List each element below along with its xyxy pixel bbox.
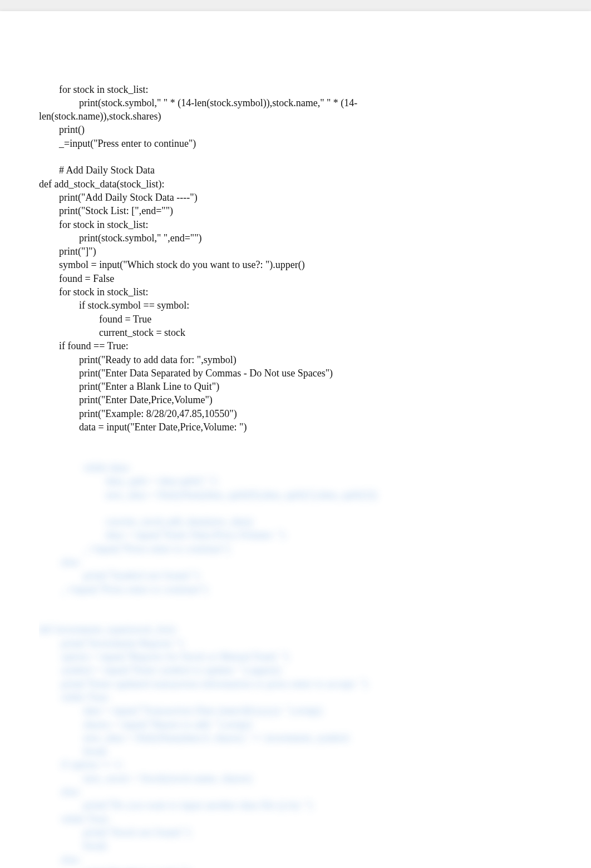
code-line-blurred: while True: — [39, 691, 552, 704]
code-line-blurred — [39, 596, 552, 609]
code-line-blurred: while True: — [39, 812, 552, 826]
code-line-blurred: break — [39, 839, 552, 852]
code-line-blurred: new_stock = Stock(stock.name, shares) — [39, 772, 552, 785]
code-line: print("Add Daily Stock Data ----") — [39, 191, 552, 204]
code-line-blurred: new_data = DailyData(data_split[0],data_… — [39, 488, 552, 502]
code-line-blurred: data_split = data.split(",") — [39, 474, 552, 488]
code-line: print() — [39, 123, 552, 136]
code-line: symbol = input("Which stock do you want … — [39, 258, 552, 271]
code-line: current_stock = stock — [39, 326, 552, 339]
code-line-blurred: if option == 1: — [39, 758, 552, 771]
code-line-blurred: data = input("Enter Date,Price,Volume: "… — [39, 528, 552, 542]
code-line: print("]") — [39, 245, 552, 258]
code-line-blurred: while data: — [39, 461, 552, 474]
code-line-blurred: def investment_type(stock_list): — [39, 623, 552, 636]
code-line: print("Ready to add data for: ",symbol) — [39, 353, 552, 366]
code-line: for stock in stock_list: — [39, 218, 552, 231]
code-blurred-section: while data: data_split = data.split(",")… — [39, 461, 552, 868]
code-line-blurred: date = input("Transaction Date (mm/dd/yy… — [39, 704, 552, 717]
code-line: # Add Daily Stock Data — [39, 163, 552, 177]
code-line-blurred: print("Do you want to input another data… — [39, 798, 552, 812]
code-line-blurred: else: — [39, 785, 552, 798]
code-line: data = input("Enter Date,Price,Volume: "… — [39, 420, 552, 434]
code-line-blurred: print("Enter updated transaction informa… — [39, 677, 552, 691]
code-line: print("Stock List: [",end="") — [39, 204, 552, 217]
code-line-blurred: _=input("Press enter to continue") — [39, 583, 552, 596]
code-line: if found == True: — [39, 339, 552, 353]
code-line: print("Enter a Blank Line to Quit") — [39, 380, 552, 393]
code-line-blurred: _=input("Press enter to continue") — [39, 542, 552, 555]
code-line: for stock in stock_list: — [39, 285, 552, 299]
code-line: len(stock.name)),stock.shares) — [39, 110, 552, 123]
code-line-blurred: symbol = input("Enter symbol to update: … — [39, 663, 552, 677]
code-line: print("Example: 8/28/20,47.85,10550") — [39, 407, 552, 420]
code-line-blurred: new_data = DailyData(date,0, shares) == … — [39, 731, 552, 745]
code-line: if stock.symbol == symbol: — [39, 299, 552, 312]
code-line: for stock in stock_list: — [39, 83, 552, 96]
code-line-blurred: print("Symbol not found.") — [39, 569, 552, 582]
code-line: print("Enter Data Separated by Commas - … — [39, 366, 552, 380]
code-line: found = True — [39, 313, 552, 326]
code-line-blurred: break — [39, 745, 552, 758]
code-content: for stock in stock_list: print(stock.sym… — [39, 56, 552, 868]
document-page: for stock in stock_list: print(stock.sym… — [0, 11, 591, 868]
code-line-blurred: option = input("Reports for Stock or Mut… — [39, 650, 552, 663]
code-line-blurred: shares = input("Shares to add: ").strip(… — [39, 718, 552, 731]
code-line: _=input("Press enter to continue") — [39, 137, 552, 150]
code-line-blurred: else: — [39, 555, 552, 569]
code-line-blurred: else: — [39, 853, 552, 866]
code-line: print("Enter Date,Price,Volume") — [39, 393, 552, 406]
code-line: print(stock.symbol," " * (14-len(stock.s… — [39, 96, 552, 110]
code-line: print(stock.symbol," ",end="") — [39, 231, 552, 245]
code-visible-section: for stock in stock_list: print(stock.sym… — [39, 83, 552, 434]
code-line-blurred — [39, 609, 552, 623]
code-line-blurred: print("Investment Reports ") — [39, 637, 552, 650]
code-line: found = False — [39, 272, 552, 285]
code-line-blurred: print("Stock not found.") — [39, 826, 552, 839]
code-line-blurred — [39, 502, 552, 515]
code-line: def add_stock_data(stock_list): — [39, 177, 552, 191]
code-line-blurred: current_stock.add_data(new_data) — [39, 515, 552, 528]
code-line — [39, 150, 552, 163]
